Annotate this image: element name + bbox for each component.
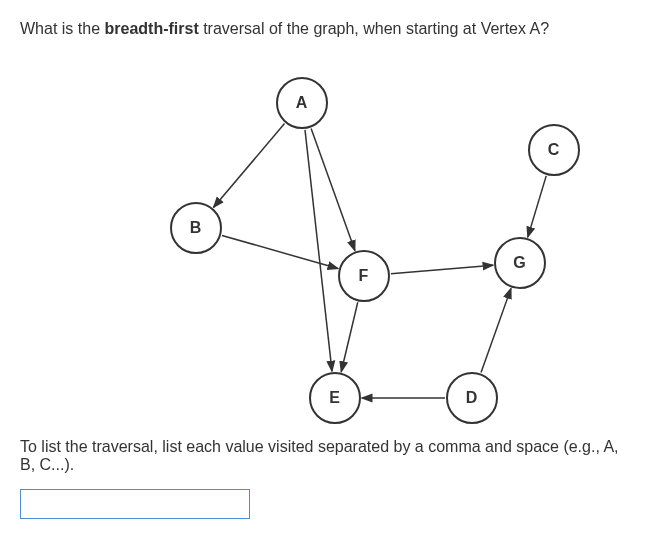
vertex-E: E xyxy=(309,372,361,424)
svg-line-3 xyxy=(221,235,337,268)
question-prefix: What is the xyxy=(20,20,104,37)
svg-line-1 xyxy=(305,130,332,371)
svg-line-8 xyxy=(390,265,492,274)
svg-line-7 xyxy=(341,302,358,371)
svg-line-4 xyxy=(527,176,545,237)
question-text: What is the breadth-first traversal of t… xyxy=(20,20,627,38)
svg-line-0 xyxy=(213,124,284,208)
svg-line-6 xyxy=(481,288,511,372)
vertex-D: D xyxy=(446,372,498,424)
question-bold: breadth-first xyxy=(104,20,198,37)
vertex-B: B xyxy=(170,202,222,254)
answer-input[interactable] xyxy=(20,489,250,519)
graph-diagram: A B C D E F G xyxy=(44,58,604,418)
instruction-text: To list the traversal, list each value v… xyxy=(20,438,627,474)
vertex-G: G xyxy=(494,237,546,289)
vertex-A: A xyxy=(276,77,328,129)
vertex-F: F xyxy=(338,250,390,302)
svg-line-2 xyxy=(311,128,355,250)
vertex-C: C xyxy=(528,124,580,176)
question-suffix: traversal of the graph, when starting at… xyxy=(199,20,549,37)
